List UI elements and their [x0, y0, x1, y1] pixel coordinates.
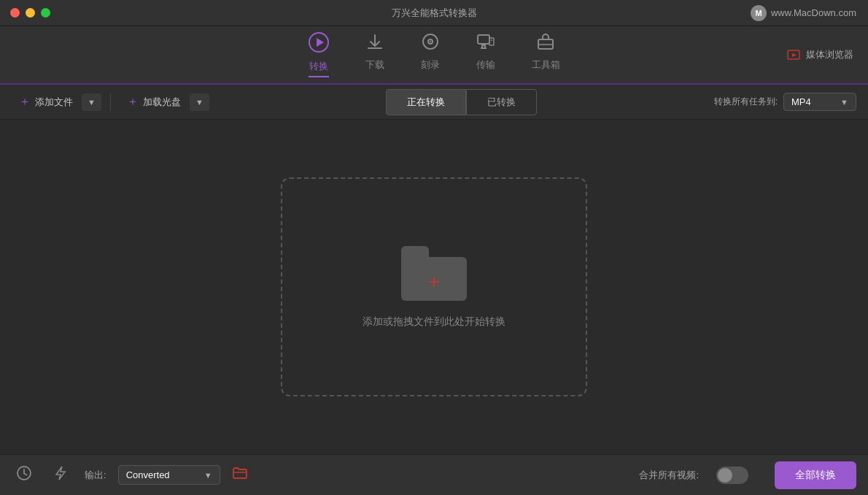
- svg-point-5: [430, 41, 431, 42]
- output-label: 输出:: [85, 469, 106, 482]
- titlebar: 万兴全能格式转换器 M www.MacDown.com: [0, 0, 868, 26]
- app-title: 万兴全能格式转换器: [392, 7, 477, 20]
- output-arrow-icon: ▼: [204, 471, 212, 480]
- nav-item-toolbox[interactable]: 工具箱: [532, 32, 560, 77]
- minimize-button[interactable]: [26, 8, 35, 18]
- media-browser-icon: [787, 48, 800, 61]
- tab-converting[interactable]: 正在转换: [386, 89, 466, 115]
- toolbar-separator: [110, 93, 111, 111]
- titlebar-logo: M www.MacDown.com: [751, 5, 868, 21]
- nav-label-convert: 转换: [309, 60, 328, 73]
- output-value: Converted: [126, 469, 170, 480]
- folder-icon: +: [401, 246, 467, 301]
- format-arrow-icon: ▼: [840, 98, 848, 107]
- toolbar: ＋ 添加文件 ▼ ＋ 加载光盘 ▼ 正在转换 已转换 转换所有任务到: MP4 …: [0, 85, 868, 120]
- transfer-icon: [476, 32, 495, 54]
- add-disc-button[interactable]: ＋ 加载光盘: [120, 90, 188, 114]
- svg-rect-6: [478, 35, 489, 44]
- disc-plus-icon: ＋: [127, 94, 139, 110]
- drop-zone[interactable]: + 添加或拖拽文件到此处开始转换: [281, 177, 587, 396]
- merge-label: 合并所有视频:: [639, 469, 699, 482]
- convert-all-label: 转换所有任务到:: [714, 96, 778, 108]
- toggle-knob: [718, 468, 732, 483]
- drop-hint: 添加或拖拽文件到此处开始转换: [363, 315, 505, 329]
- convert-all-button[interactable]: 全部转换: [775, 461, 856, 489]
- lightning-icon: [53, 465, 69, 481]
- close-button[interactable]: [10, 8, 20, 18]
- traffic-lights: [0, 8, 50, 18]
- open-folder-button[interactable]: [232, 465, 248, 485]
- bottombar: 输出: Converted ▼ 合并所有视频: 全部转换: [0, 454, 868, 495]
- main-content: + 添加或拖拽文件到此处开始转换: [0, 120, 868, 454]
- nav-items: 转换 下载 刻录: [309, 32, 560, 77]
- convert-icon: [309, 32, 329, 55]
- format-label: MP4: [791, 96, 811, 107]
- svg-marker-1: [317, 38, 324, 47]
- svg-marker-14: [792, 53, 797, 57]
- svg-marker-16: [56, 467, 65, 480]
- add-file-button[interactable]: ＋ 添加文件: [12, 90, 80, 114]
- add-disc-dropdown[interactable]: ▼: [190, 93, 209, 111]
- merge-toggle[interactable]: [716, 467, 748, 484]
- open-folder-icon: [232, 465, 248, 481]
- nav-label-transfer: 传输: [476, 58, 495, 72]
- burn-icon: [421, 32, 440, 54]
- nav-item-download[interactable]: 下载: [365, 32, 384, 77]
- tab-converted[interactable]: 已转换: [466, 89, 537, 115]
- media-browser-button[interactable]: 媒体浏览器: [787, 48, 853, 61]
- navbar: 转换 下载 刻录: [0, 26, 868, 85]
- nav-label-burn: 刻录: [421, 58, 440, 72]
- nav-item-convert[interactable]: 转换: [309, 32, 329, 77]
- maximize-button[interactable]: [41, 8, 50, 18]
- format-selector[interactable]: MP4 ▼: [783, 93, 856, 111]
- nav-label-toolbox: 工具箱: [532, 58, 560, 72]
- add-file-dropdown[interactable]: ▼: [82, 93, 101, 111]
- nav-item-transfer[interactable]: 传输: [476, 32, 495, 77]
- output-selector[interactable]: Converted ▼: [118, 465, 220, 485]
- boost-icon-button[interactable]: [48, 461, 73, 489]
- plus-icon: ＋: [19, 94, 31, 110]
- clock-icon: [16, 465, 32, 481]
- schedule-icon-button[interactable]: [12, 461, 36, 489]
- toolbox-icon: [536, 32, 555, 54]
- tab-group: 正在转换 已转换: [386, 89, 537, 115]
- folder-plus-icon: +: [428, 272, 440, 292]
- nav-label-download: 下载: [365, 58, 384, 72]
- folder-body: +: [401, 257, 467, 301]
- logo-icon: M: [751, 5, 767, 21]
- download-icon: [365, 32, 384, 54]
- nav-item-burn[interactable]: 刻录: [421, 32, 440, 77]
